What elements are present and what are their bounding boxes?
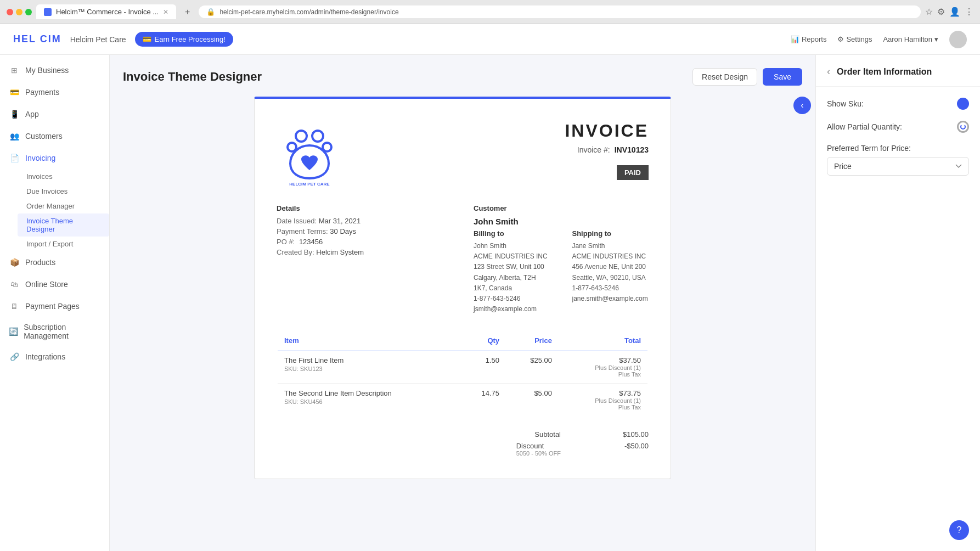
- item-name: The First Line Item: [284, 356, 453, 364]
- shipping-email: jane.smith@example.com: [572, 294, 649, 304]
- sidebar-item-products[interactable]: 📦 Products: [0, 251, 109, 273]
- file-text-icon: 📄: [9, 153, 20, 164]
- show-sku-toggle[interactable]: [957, 98, 969, 110]
- invoice-title-area: INVOICE Invoice #: INV10123 PAID: [565, 121, 649, 180]
- maximize-dot[interactable]: [25, 9, 32, 15]
- panel-body: Show Sku: Allow Partial Quantity: P: [816, 87, 980, 551]
- billing-name: John Smith: [474, 241, 550, 251]
- sidebar-subitem-import-export[interactable]: Import / Export: [18, 237, 109, 251]
- avatar[interactable]: [949, 31, 967, 48]
- sidebar-subitem-due-invoices[interactable]: Due Invoices: [18, 184, 109, 199]
- preferred-term-label: Preferred Term for Price:: [827, 144, 969, 153]
- panel-toggle-button[interactable]: ‹: [793, 97, 811, 114]
- discount-desc: 5050 - 50% OFF: [516, 450, 561, 457]
- item-total-note: Plus Tax: [565, 371, 641, 378]
- app-layout: Helcim™ Commerce - Invoice ... ✕ + 🔒 hel…: [0, 0, 980, 551]
- allow-partial-field: Allow Partial Quantity:: [827, 121, 969, 133]
- bookmark-icon[interactable]: ☆: [925, 7, 933, 17]
- show-sku-label: Show Sku:: [827, 99, 864, 108]
- table-body: The First Line Item SKU: SKU123 1.50 $25…: [277, 351, 648, 417]
- sidebar-item-subscription[interactable]: 🔄 Subscription Management: [0, 317, 109, 346]
- billing-city: Calgary, Alberta, T2H 1K7, Canada: [474, 273, 550, 294]
- tab-favicon: [44, 8, 52, 16]
- col-qty: Qty: [459, 330, 506, 351]
- item-total: $73.75: [565, 389, 641, 397]
- sidebar-item-invoicing[interactable]: 📄 Invoicing: [0, 147, 109, 169]
- sidebar-item-online-store[interactable]: 🛍 Online Store: [0, 273, 109, 295]
- link-icon: 🔗: [9, 351, 20, 362]
- layout-icon: 🖥: [9, 301, 20, 312]
- invoice-header: HELCIM PET CARE INVOICE Invoice #: INV10…: [277, 121, 649, 187]
- discount-label: Discount: [516, 442, 561, 450]
- item-total-cell: $73.75 Plus Discount (1) Plus Tax: [559, 384, 647, 417]
- billing-column: Billing to John Smith ACME INDUSTRIES IN…: [474, 229, 550, 314]
- sidebar-subitem-invoice-theme-designer[interactable]: Invoice Theme Designer: [18, 213, 109, 237]
- shipping-address: 456 Avenue NE, Unit 200: [572, 262, 649, 272]
- helcim-logo[interactable]: HEL CIM: [13, 33, 61, 45]
- item-name: The Second Line Item Description: [284, 389, 453, 397]
- save-button[interactable]: Save: [763, 68, 802, 86]
- preferred-term-field: Preferred Term for Price: Price Rate Cos…: [827, 144, 969, 176]
- panel-title: Order Item Information: [837, 67, 932, 77]
- svg-point-1: [312, 131, 323, 142]
- sidebar-item-app[interactable]: 📱 App: [0, 103, 109, 125]
- settings-link[interactable]: ⚙ Settings: [837, 35, 872, 43]
- item-sku: SKU: SKU123: [284, 366, 453, 372]
- sidebar-item-integrations[interactable]: 🔗 Integrations: [0, 346, 109, 368]
- totals-section: Subtotal $105.00 Discount 5050 - 50% OFF…: [277, 430, 649, 457]
- settings-icon: ⚙: [837, 35, 844, 43]
- panel-header: ‹ Order Item Information: [816, 55, 980, 87]
- item-qty: 14.75: [459, 384, 506, 417]
- browser-chrome: Helcim™ Commerce - Invoice ... ✕ + 🔒 hel…: [0, 0, 980, 24]
- panel-back-button[interactable]: ‹: [827, 66, 830, 77]
- billing-company: ACME INDUSTRIES INC: [474, 251, 550, 262]
- close-dot[interactable]: [7, 9, 13, 15]
- tab-close-icon[interactable]: ✕: [163, 8, 168, 16]
- invoice-wrapper: HELCIM PET CARE INVOICE Invoice #: INV10…: [254, 97, 671, 479]
- sidebar-subitem-invoices[interactable]: Invoices: [18, 169, 109, 184]
- topbar-right: 📊 Reports ⚙ Settings Aaron Hamilton ▾: [791, 31, 967, 48]
- allow-partial-toggle[interactable]: [957, 121, 969, 133]
- right-panel: ‹ Order Item Information Show Sku: Allow…: [815, 55, 980, 551]
- sidebar-item-payment-pages[interactable]: 🖥 Payment Pages: [0, 295, 109, 317]
- item-qty: 1.50: [459, 351, 506, 384]
- sidebar-item-payments[interactable]: 💳 Payments: [0, 81, 109, 103]
- center-column: Invoice Theme Designer Reset Design Save…: [110, 55, 815, 551]
- items-table-container: Item Qty Price Total The First Line Item: [277, 330, 649, 417]
- billing-address: 123 Street SW, Unit 100: [474, 262, 550, 272]
- sidebar-item-my-business[interactable]: ⊞ My Business: [0, 59, 109, 81]
- shipping-company: ACME INDUSTRIES INC: [572, 251, 649, 262]
- table-row: The Second Line Item Description SKU: SK…: [277, 384, 648, 417]
- billing-heading: Billing to: [474, 229, 550, 238]
- item-name-cell: The Second Line Item Description SKU: SK…: [277, 384, 459, 417]
- show-sku-row: Show Sku:: [827, 98, 969, 110]
- earn-processing-button[interactable]: 💳 Earn Free Processing!: [135, 32, 233, 47]
- sidebar-subitem-order-manager[interactable]: Order Manager: [18, 199, 109, 213]
- profile-icon[interactable]: 👤: [949, 7, 960, 17]
- minimize-dot[interactable]: [16, 9, 22, 15]
- topbar: HEL CIM Helcim Pet Care 💳 Earn Free Proc…: [0, 24, 980, 55]
- reset-design-button[interactable]: Reset Design: [692, 68, 757, 86]
- extensions-icon[interactable]: ⚙: [937, 7, 945, 17]
- allow-partial-label: Allow Partial Quantity:: [827, 122, 902, 131]
- svg-point-0: [296, 131, 307, 142]
- sidebar-submenu-invoicing: Invoices Due Invoices Order Manager Invo…: [0, 169, 109, 251]
- address-bar[interactable]: 🔒 helcim-pet-care.myhelcim.com/admin/the…: [199, 5, 921, 18]
- sidebar-item-customers[interactable]: 👥 Customers: [0, 125, 109, 147]
- details-heading: Details: [277, 204, 452, 212]
- invoice-title: INVOICE: [565, 121, 649, 141]
- new-tab-button[interactable]: +: [181, 5, 194, 19]
- menu-icon[interactable]: ⋮: [965, 7, 973, 17]
- discount-row: Discount 5050 - 50% OFF -$50.00: [516, 442, 649, 457]
- reports-link[interactable]: 📊 Reports: [791, 35, 827, 43]
- items-table: Item Qty Price Total The First Line Item: [277, 330, 649, 417]
- help-button[interactable]: ?: [949, 520, 969, 540]
- col-price: Price: [506, 330, 559, 351]
- item-total: $37.50: [565, 356, 641, 364]
- user-menu[interactable]: Aaron Hamilton ▾: [883, 35, 938, 43]
- browser-tab[interactable]: Helcim™ Commerce - Invoice ... ✕: [36, 4, 176, 19]
- customer-name: John Smith: [474, 217, 649, 226]
- brand-name: Helcim Pet Care: [70, 35, 126, 44]
- credit-card-icon: 💳: [9, 87, 20, 98]
- preferred-term-select[interactable]: Price Rate Cost Fee: [827, 157, 969, 176]
